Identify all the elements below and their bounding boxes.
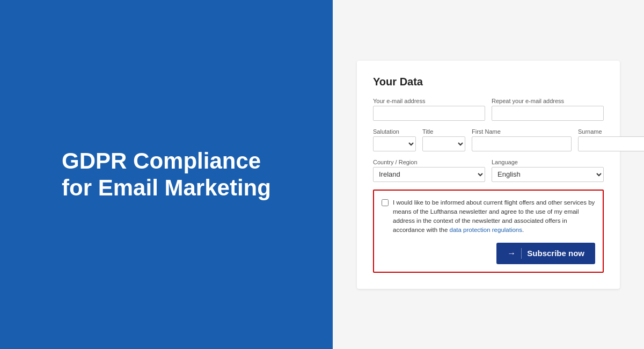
email-group: Your e-mail address (373, 98, 485, 121)
title-select[interactable]: Dr Prof (422, 136, 465, 151)
salutation-label: Salutation (373, 128, 416, 135)
salutation-group: Salutation Mr Mrs Ms (373, 128, 416, 151)
form-title: Your Data (373, 76, 604, 88)
left-panel: GDPR Compliance for Email Marketing (0, 0, 333, 349)
name-row: Salutation Mr Mrs Ms Title Dr Prof First… (373, 128, 604, 151)
language-group: Language English German French (492, 159, 604, 182)
subscribe-label: Subscribe now (527, 249, 584, 258)
consent-box: I would like to be informed about curren… (373, 190, 604, 273)
firstname-group: First Name (472, 128, 572, 151)
surname-label: Surname (578, 128, 644, 135)
title-label: Title (422, 128, 465, 135)
btn-divider (521, 248, 522, 259)
country-language-row: Country / Region Ireland United Kingdom … (373, 159, 604, 182)
repeat-email-group: Repeat your e-mail address (492, 98, 604, 121)
hero-title: GDPR Compliance for Email Marketing (62, 148, 271, 202)
arrow-icon: → (507, 249, 516, 258)
repeat-email-input[interactable] (492, 106, 604, 121)
country-label: Country / Region (373, 159, 485, 165)
country-group: Country / Region Ireland United Kingdom … (373, 159, 485, 182)
email-input[interactable] (373, 106, 485, 121)
country-select[interactable]: Ireland United Kingdom Germany France (373, 167, 485, 182)
salutation-select[interactable]: Mr Mrs Ms (373, 136, 416, 151)
consent-checkbox[interactable] (382, 199, 389, 206)
consent-text: I would like to be informed about curren… (393, 198, 595, 235)
button-row: → Subscribe now (382, 243, 595, 264)
subscribe-button[interactable]: → Subscribe now (496, 243, 595, 264)
right-panel: Your Data Your e-mail address Repeat you… (333, 0, 644, 349)
repeat-email-label: Repeat your e-mail address (492, 98, 604, 104)
firstname-input[interactable] (472, 136, 572, 151)
form-card: Your Data Your e-mail address Repeat you… (357, 61, 620, 289)
firstname-label: First Name (472, 128, 572, 135)
email-label: Your e-mail address (373, 98, 485, 104)
consent-row: I would like to be informed about curren… (382, 198, 595, 235)
language-label: Language (492, 159, 604, 165)
language-select[interactable]: English German French (492, 167, 604, 182)
title-group: Title Dr Prof (422, 128, 465, 151)
surname-input[interactable] (578, 136, 644, 151)
data-protection-link[interactable]: data protection regulations (449, 227, 522, 233)
email-row: Your e-mail address Repeat your e-mail a… (373, 98, 604, 121)
surname-group: Surname (578, 128, 644, 151)
